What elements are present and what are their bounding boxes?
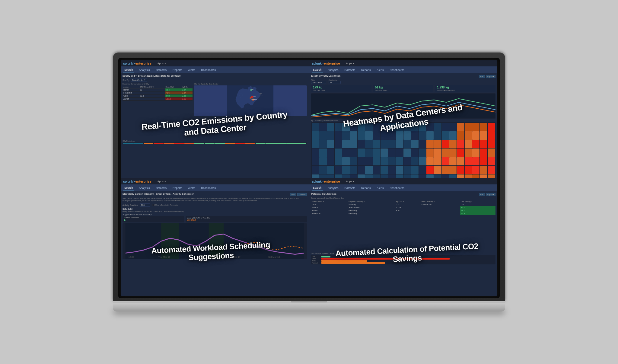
nav-analytics-4[interactable]: Analytics	[327, 186, 340, 190]
nav-dashboards-2[interactable]: Dashboards	[389, 68, 406, 72]
apps-button-4[interactable]: Apps ▾	[346, 180, 355, 183]
heat-cell	[335, 174, 342, 178]
heat-cell	[426, 174, 434, 178]
logo-splunk-3: splunk>	[123, 180, 135, 183]
heat-cell	[319, 157, 327, 166]
heat-cell	[327, 140, 334, 148]
heat-cell	[312, 131, 319, 140]
datacenter-filter-1[interactable]: Data Center ▾	[131, 78, 147, 82]
nav-analytics-1[interactable]: Analytics	[138, 68, 151, 72]
heat-cell	[358, 123, 365, 131]
zurich-bar	[321, 258, 450, 260]
application-filter-2[interactable]: All	[329, 81, 341, 84]
nav-datasets-1[interactable]: Datasets	[155, 68, 168, 72]
heat-cell	[411, 157, 418, 166]
heat-cell	[457, 174, 464, 178]
co2-bar-chart-1	[123, 142, 307, 144]
heat-cell	[472, 140, 479, 148]
export-button-3[interactable]: Export ▾	[297, 193, 307, 196]
table-row: Berlin 39 65.4 8.64	[123, 88, 193, 91]
nav-reports-3[interactable]: Reports	[171, 186, 183, 190]
nav-alerts-2[interactable]: Alerts	[376, 68, 385, 72]
heat-cell	[472, 157, 479, 166]
heat-cell	[350, 148, 357, 157]
heat-cell	[442, 148, 449, 157]
screen-content: splunk> enterprise Apps ▾ Search Analyti…	[121, 60, 497, 296]
logo-splunk-2: splunk>	[312, 62, 323, 65]
apps-button-2[interactable]: Apps ▾	[346, 62, 355, 65]
heat-cell	[465, 140, 472, 148]
heat-cell	[327, 157, 334, 166]
nav-search-4[interactable]: Search	[312, 186, 323, 190]
panel-1-header: splunk> enterprise Apps ▾	[121, 60, 309, 67]
heat-cell	[465, 148, 472, 157]
apps-button-1[interactable]: Apps ▾	[158, 62, 166, 65]
metric-co2-last: 179 kg CO₂ Last Week	[311, 85, 371, 92]
heat-cell	[335, 131, 342, 140]
edit-button-2[interactable]: Edit	[479, 75, 485, 78]
nav-dashboards-4[interactable]: Dashboards	[389, 186, 406, 190]
bar-item	[266, 143, 276, 144]
heat-cell	[403, 174, 411, 178]
nav-dashboards-3[interactable]: Dashboards	[200, 186, 217, 190]
bar-item	[194, 143, 204, 144]
run-button-3[interactable]: Run	[290, 193, 296, 196]
nav-reports-4[interactable]: Reports	[360, 186, 372, 190]
heat-cell	[396, 131, 403, 140]
edit-button-4[interactable]: Edit	[479, 193, 485, 196]
export-button-2[interactable]: Export ▾	[486, 75, 495, 78]
heat-cell	[480, 131, 487, 140]
panel-3-header: splunk> enterprise Apps ▾	[121, 178, 309, 185]
panel-2-nav: Search Analytics Datasets Reports Alerts…	[309, 67, 497, 73]
panel-4-nav: Search Analytics Datasets Reports Alerts…	[309, 185, 497, 191]
heat-cell	[403, 148, 411, 157]
nav-reports-1[interactable]: Reports	[171, 68, 183, 72]
heat-cell	[457, 140, 464, 148]
heat-cell	[411, 174, 418, 178]
nav-analytics-2[interactable]: Analytics	[327, 68, 340, 72]
heat-cell	[327, 123, 334, 131]
nav-reports-2[interactable]: Reports	[360, 68, 372, 72]
nav-alerts-4[interactable]: Alerts	[376, 186, 385, 190]
heat-cell	[342, 131, 349, 140]
heat-cell	[335, 148, 342, 157]
export-button-4[interactable]: Export ▾	[486, 193, 495, 196]
heat-cell	[411, 123, 418, 131]
heat-cell	[365, 157, 372, 166]
nav-alerts-3[interactable]: Alerts	[187, 186, 196, 190]
nav-alerts-1[interactable]: Alerts	[187, 68, 196, 72]
heat-cell	[442, 174, 449, 178]
europe-map-1: Berlin Frankfurt Oslo Zürich Latvia Mosc…	[194, 85, 307, 116]
nav-search-2[interactable]: Search	[312, 68, 323, 72]
berlin-bar	[321, 260, 367, 262]
heat-cell	[396, 123, 403, 131]
heat-cell	[319, 140, 327, 148]
nav-datasets-4[interactable]: Datasets	[343, 186, 357, 190]
activity-duration-input[interactable]: 100	[140, 203, 150, 207]
heat-cell	[419, 131, 426, 140]
panel-3-nav: Search Analytics Datasets Reports Alerts…	[121, 185, 309, 191]
heat-cell	[381, 148, 388, 157]
nav-search-1[interactable]: Search	[123, 68, 134, 72]
mean-metric: Mean gCO₂/kWh in Time Slot See chart →	[186, 216, 307, 222]
heat-cell	[449, 174, 457, 178]
nav-datasets-2[interactable]: Datasets	[343, 68, 357, 72]
nav-search-3[interactable]: Search	[123, 186, 134, 190]
nav-analytics-3[interactable]: Analytics	[138, 186, 151, 190]
heat-cell	[396, 174, 403, 178]
heat-cell	[419, 123, 426, 131]
heat-cell	[480, 166, 487, 174]
nav-datasets-3[interactable]: Datasets	[155, 186, 168, 190]
heat-cell	[488, 123, 495, 131]
heat-cell	[312, 140, 319, 148]
savings-table-4: Data Center ⇕ Original Country ⇕ kg CO₂ …	[311, 200, 495, 215]
heat-cell	[342, 174, 349, 178]
heat-cell	[358, 166, 365, 174]
total-label: Total CO₂ 14-Jan-2022	[437, 89, 494, 91]
nav-dashboards-1[interactable]: Dashboards	[200, 68, 217, 72]
heat-cell	[342, 166, 349, 174]
apps-button-3[interactable]: Apps ▾	[158, 180, 166, 183]
bar-item	[164, 143, 174, 144]
datacenter-filter-2[interactable]: Data Center	[311, 81, 326, 84]
show-all-checkbox[interactable]: Show all available Forecasts	[152, 204, 178, 206]
